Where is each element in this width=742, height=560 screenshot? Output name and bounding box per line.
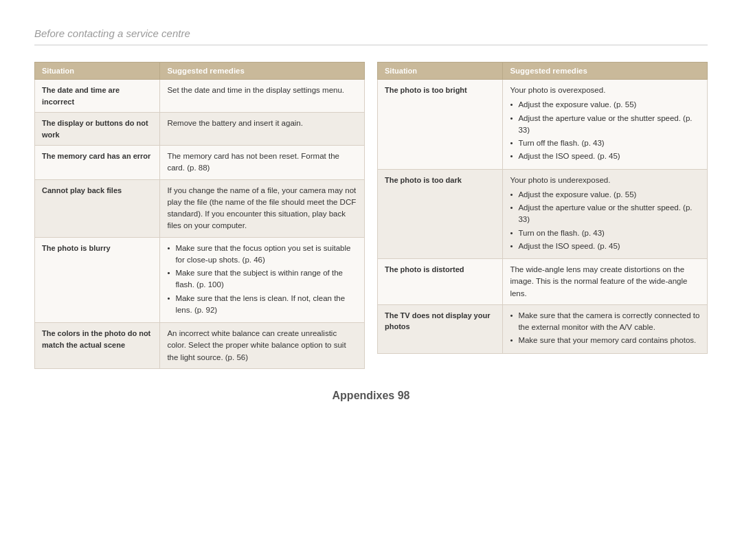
left-col2-header: Suggested remedies (160, 63, 365, 80)
table-row: The photo is blurryMake sure that the fo… (35, 237, 365, 323)
table-row: The TV does not display your photosMake … (378, 304, 708, 353)
left-table-wrapper: Situation Suggested remedies The date an… (34, 62, 365, 369)
footer-text: Appendixes 98 (333, 390, 410, 401)
situation-cell: The TV does not display your photos (378, 304, 503, 353)
situation-cell: Cannot play back files (35, 179, 160, 237)
table-row: The display or buttons do not workRemove… (35, 113, 365, 146)
remedy-cell: The wide-angle lens may create distortio… (503, 259, 708, 305)
situation-cell: The display or buttons do not work (35, 113, 160, 146)
remedy-cell: Your photo is overexposed.Adjust the exp… (503, 80, 708, 170)
list-item: Adjust the aperture value or the shutter… (510, 202, 700, 226)
tables-container: Situation Suggested remedies The date an… (34, 62, 708, 369)
remedy-cell: Set the date and time in the display set… (160, 80, 365, 113)
right-col2-header: Suggested remedies (503, 63, 708, 80)
table-row: The memory card has an errorThe memory c… (35, 146, 365, 180)
list-item: Adjust the exposure value. (p. 55) (510, 189, 700, 201)
list-item: Turn on the flash. (p. 43) (510, 227, 700, 239)
remedy-cell: Make sure that the camera is correctly c… (503, 304, 708, 353)
table-row: The photo is distortedThe wide-angle len… (378, 259, 708, 305)
list-item: Turn off the flash. (p. 43) (510, 137, 700, 149)
remedy-cell: If you change the name of a file, your c… (160, 179, 365, 237)
table-row: The photo is too brightYour photo is ove… (378, 80, 708, 170)
situation-cell: The photo is distorted (378, 259, 503, 305)
remedy-cell: An incorrect white balance can create un… (160, 323, 365, 369)
right-table: Situation Suggested remedies The photo i… (377, 62, 708, 354)
list-item: Adjust the exposure value. (p. 55) (510, 99, 700, 111)
situation-cell: The memory card has an error (35, 146, 160, 180)
list-item: Make sure that the focus option you set … (167, 243, 357, 267)
list-item: Make sure that your memory card contains… (510, 335, 700, 346)
left-table: Situation Suggested remedies The date an… (34, 62, 365, 369)
table-row: The photo is too darkYour photo is under… (378, 169, 708, 259)
list-item: Adjust the aperture value or the shutter… (510, 113, 700, 137)
page-container: Before contacting a service centre Situa… (0, 0, 742, 423)
table-row: The colors in the photo do not match the… (35, 323, 365, 369)
right-table-wrapper: Situation Suggested remedies The photo i… (377, 62, 708, 369)
situation-cell: The photo is too dark (378, 169, 503, 259)
footer-appendixes: Appendixes (333, 390, 395, 401)
table-row: Cannot play back filesIf you change the … (35, 179, 365, 237)
page-title: Before contacting a service centre (34, 27, 708, 45)
remedy-cell: The memory card has not been reset. Form… (160, 146, 365, 180)
list-item: Adjust the ISO speed. (p. 45) (510, 150, 700, 162)
remedy-cell: Make sure that the focus option you set … (160, 237, 365, 323)
list-item: Make sure that the camera is correctly c… (510, 310, 700, 334)
list-item: Adjust the ISO speed. (p. 45) (510, 240, 700, 252)
situation-cell: The date and time are incorrect (35, 80, 160, 113)
situation-cell: The colors in the photo do not match the… (35, 323, 160, 369)
remedy-cell: Your photo is underexposed.Adjust the ex… (503, 169, 708, 259)
right-col1-header: Situation (378, 63, 503, 80)
table-row: The date and time are incorrectSet the d… (35, 80, 365, 113)
list-item: Make sure that the lens is clean. If not… (167, 293, 357, 317)
situation-cell: The photo is blurry (35, 237, 160, 323)
list-item: Make sure that the subject is within ran… (167, 267, 357, 291)
remedy-cell: Remove the battery and insert it again. (160, 113, 365, 146)
left-col1-header: Situation (35, 63, 160, 80)
situation-cell: The photo is too bright (378, 80, 503, 170)
footer-page: 98 (398, 390, 410, 401)
footer: Appendixes 98 (34, 390, 708, 402)
